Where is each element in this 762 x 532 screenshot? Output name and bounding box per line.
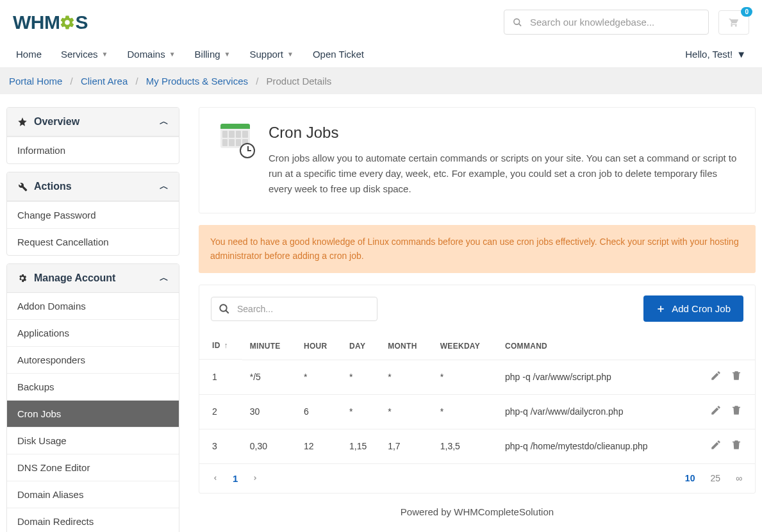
sidebar-item-addon-domains[interactable]: Addon Domains: [7, 293, 179, 319]
sidebar-item-change-password[interactable]: Change Password: [7, 201, 179, 228]
svg-line-1: [518, 23, 521, 26]
sidebar-item-cron-jobs[interactable]: Cron Jobs: [7, 400, 179, 427]
cell-minute: 30: [242, 394, 296, 429]
sort-asc-icon: ↑: [224, 341, 228, 350]
edit-icon[interactable]: [710, 441, 722, 453]
column-minute[interactable]: MINUTE: [242, 332, 296, 360]
sidebar-item-request-cancellation[interactable]: Request Cancellation: [7, 228, 179, 255]
cell-minute: 0,30: [242, 429, 296, 463]
trash-icon[interactable]: [731, 372, 742, 384]
column-month[interactable]: MONTH: [380, 332, 433, 360]
sidebar-item-information[interactable]: Information: [7, 137, 179, 163]
cell-command: php-q /home/mytestdo/clieanup.php: [497, 429, 683, 463]
cell-hour: 6: [296, 394, 342, 429]
cell-weekday: *: [433, 360, 497, 394]
cell-command: php -q /var/www/script.php: [497, 360, 683, 394]
actions-panel-header[interactable]: Actions ︿: [7, 172, 179, 201]
chevron-up-icon: ︿: [160, 181, 169, 192]
cart-button[interactable]: 0: [718, 10, 749, 35]
column-command[interactable]: COMMAND: [497, 332, 683, 360]
manage-account-panel: Manage Account ︿ Addon DomainsApplicatio…: [6, 263, 179, 532]
gear-icon: [17, 273, 28, 283]
pager-next[interactable]: [252, 474, 258, 483]
cell-id: 1: [199, 360, 242, 394]
sidebar-item-disk-usage[interactable]: Disk Usage: [7, 427, 179, 454]
trash-icon[interactable]: [731, 406, 742, 419]
user-menu[interactable]: Hello, Test!▼: [685, 49, 746, 60]
nav-services[interactable]: Services▼: [61, 49, 108, 60]
chevron-down-icon: ▼: [736, 49, 746, 60]
table-search: [211, 297, 377, 321]
add-cron-job-button[interactable]: Add Cron Job: [643, 295, 743, 322]
nav-support[interactable]: Support▼: [249, 49, 293, 60]
manage-account-header[interactable]: Manage Account ︿: [7, 264, 179, 293]
nav-domains[interactable]: Domains▼: [127, 49, 175, 60]
edit-icon[interactable]: [710, 406, 722, 419]
sidebar-item-domain-aliases[interactable]: Domain Aliases: [7, 481, 179, 508]
knowledgebase-search-input[interactable]: [504, 10, 709, 35]
nav-billing[interactable]: Billing▼: [195, 49, 231, 60]
chevron-down-icon: ▼: [287, 51, 294, 58]
overview-panel-header[interactable]: Overview ︿: [7, 108, 179, 137]
panel-title: Actions: [34, 181, 72, 192]
edit-icon[interactable]: [710, 372, 722, 384]
cart-icon: [728, 17, 740, 28]
breadcrumb-products[interactable]: My Products & Services: [146, 76, 248, 87]
overview-panel: Overview ︿ Information: [6, 107, 179, 164]
panel-title: Overview: [34, 116, 79, 128]
knowledgebase-search: [504, 10, 709, 35]
table-row: 2306***php-q /var/www/dailycron.php: [199, 394, 755, 429]
breadcrumb-portal-home[interactable]: Portal Home: [9, 76, 62, 87]
cell-id: 2: [199, 394, 242, 429]
svg-point-2: [220, 304, 227, 312]
column-weekday[interactable]: WEEKDAY: [433, 332, 497, 360]
nav-home[interactable]: Home: [16, 49, 42, 60]
sidebar-item-dns-zone-editor[interactable]: DNS Zone Editor: [7, 454, 179, 481]
column-id[interactable]: ID↑: [199, 332, 242, 360]
nav-open-ticket[interactable]: Open Ticket: [313, 49, 364, 60]
wrench-icon: [17, 181, 28, 192]
logo-text-2: S: [75, 12, 88, 33]
breadcrumb-current: Product Details: [267, 76, 332, 87]
gear-icon: [59, 14, 76, 31]
column-day[interactable]: DAY: [342, 332, 380, 360]
cart-badge: 0: [741, 7, 752, 17]
cell-month: *: [380, 360, 433, 394]
sidebar-item-autoresponders[interactable]: Autoresponders: [7, 346, 179, 373]
svg-line-3: [226, 310, 229, 313]
pager-prev[interactable]: [212, 474, 219, 483]
chevron-up-icon: ︿: [160, 272, 169, 284]
actions-panel: Actions ︿ Change Password Request Cancel…: [6, 172, 179, 256]
column-hour[interactable]: HOUR: [296, 332, 342, 360]
chevron-down-icon: ▼: [102, 51, 108, 58]
table-search-input[interactable]: [211, 297, 377, 321]
plus-icon: [656, 304, 665, 313]
sidebar-item-applications[interactable]: Applications: [7, 319, 179, 346]
star-icon: [17, 117, 28, 127]
trash-icon[interactable]: [731, 441, 742, 453]
page-size-∞[interactable]: ∞: [736, 473, 742, 483]
page-description: Cron jobs allow you to automate certain …: [269, 151, 737, 197]
footer: Powered by WHMCompleteSolution: [199, 494, 756, 524]
breadcrumb: Portal Home / Client Area / My Products …: [0, 68, 762, 94]
pager-current-page[interactable]: 1: [233, 473, 238, 484]
page-size-25[interactable]: 25: [710, 473, 720, 483]
cell-command: php-q /var/www/dailycron.php: [497, 394, 683, 429]
cell-weekday: *: [433, 394, 497, 429]
logo-text-1: WHM: [13, 12, 60, 33]
cell-hour: 12: [296, 429, 342, 463]
calendar-clock-icon: [217, 124, 253, 156]
cell-day: 1,15: [342, 429, 380, 463]
table-row: 30,30121,151,71,3,5php-q /home/mytestdo/…: [199, 429, 755, 463]
sidebar-item-backups[interactable]: Backups: [7, 373, 179, 400]
svg-point-0: [514, 19, 520, 24]
cell-day: *: [342, 394, 380, 429]
breadcrumb-client-area[interactable]: Client Area: [81, 76, 128, 87]
sidebar-item-domain-redirects[interactable]: Domain Redirects: [7, 508, 179, 532]
logo[interactable]: WHM S: [13, 12, 88, 33]
cell-hour: *: [296, 360, 342, 394]
cell-weekday: 1,3,5: [433, 429, 497, 463]
chevron-down-icon: ▼: [169, 51, 176, 58]
page-title: Cron Jobs: [269, 124, 737, 142]
page-size-10[interactable]: 10: [685, 473, 695, 483]
